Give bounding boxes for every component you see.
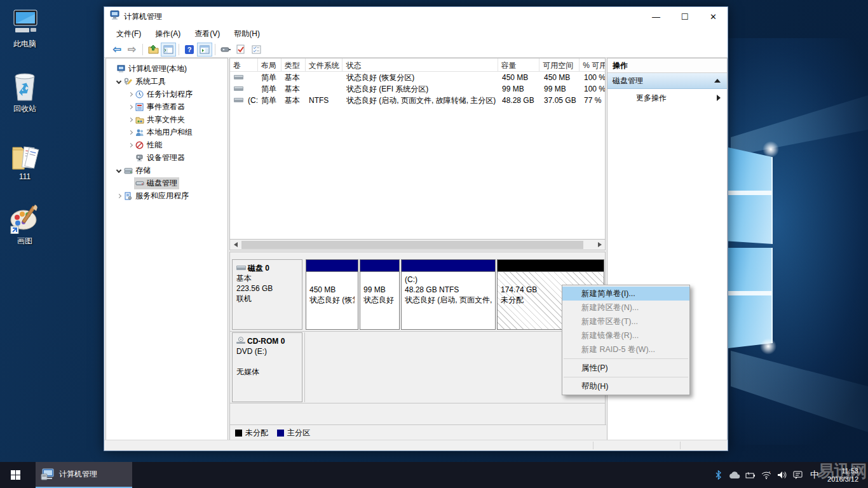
scrollbar-thumb[interactable] — [241, 241, 583, 249]
collapsed-chevron-icon[interactable] — [126, 118, 134, 121]
wallpaper-window-pane — [728, 248, 773, 348]
taskbar-app-computer-management[interactable]: 计算机管理 — [36, 462, 132, 488]
context-menu: 新建简单卷(I)... 新建跨区卷(N)... 新建带区卷(T)... 新建镜像… — [562, 285, 690, 395]
menu-file[interactable]: 文件(F) — [109, 26, 148, 42]
disk0-size: 223.56 GB — [236, 283, 298, 294]
taskbar-app-label: 计算机管理 — [59, 469, 97, 480]
horizontal-scrollbar[interactable] — [229, 239, 606, 250]
legend-unallocated-swatch — [235, 430, 242, 437]
volume-row[interactable]: 简单 基本 状态良好 (恢复分区) 450 MB 450 MB 100 % — [230, 72, 605, 83]
up-level-button[interactable] — [146, 43, 161, 57]
ime-indicator[interactable]: 中 — [806, 470, 824, 481]
tree-item-system-tools[interactable]: 系统工具 — [106, 75, 227, 88]
tree-item-shared-folders[interactable]: 共享文件夹 — [106, 113, 227, 126]
wallpaper-stripe — [728, 191, 771, 195]
collapsed-chevron-icon[interactable] — [126, 144, 134, 147]
action-center-icon[interactable] — [790, 471, 806, 479]
scroll-left-arrow[interactable] — [230, 240, 241, 250]
close-button[interactable]: ✕ — [699, 7, 728, 26]
desktop-icon-recycle-bin[interactable]: 回收站 — [1, 71, 48, 114]
col-capacity[interactable]: 容量 — [498, 58, 540, 71]
menu-view[interactable]: 查看(V) — [187, 26, 227, 42]
more-actions-item[interactable]: 更多操作 — [607, 89, 727, 107]
desktop-icon-this-pc[interactable]: 此电脑 — [1, 6, 48, 50]
start-button[interactable] — [0, 462, 31, 488]
storage-icon — [123, 166, 133, 175]
partition-efi[interactable]: 99 MB 状态良好 — [360, 259, 400, 330]
tree-item-event-viewer[interactable]: 事件查看器 — [106, 100, 227, 113]
col-filesystem[interactable]: 文件系统 — [306, 58, 343, 71]
col-status[interactable]: 状态 — [342, 58, 498, 71]
actions-section-disk-management[interactable]: 磁盘管理 — [607, 73, 727, 89]
expanded-chevron-icon[interactable] — [115, 79, 123, 83]
desktop-icon-folder-111[interactable]: 111 — [1, 140, 48, 181]
toolbar-separator — [142, 44, 143, 55]
document-check-icon — [236, 44, 245, 54]
onedrive-cloud-icon[interactable] — [726, 471, 742, 479]
scroll-right-arrow[interactable] — [594, 240, 605, 250]
tree-item-disk-management[interactable]: 磁盘管理 — [106, 177, 227, 189]
partition-color-strip — [306, 260, 358, 272]
tree-item-task-scheduler[interactable]: 任务计划程序 — [106, 88, 227, 100]
minimize-button[interactable]: — — [642, 7, 670, 26]
volume-icon — [234, 74, 243, 80]
menu-item-new-raid5-volume: 新建 RAID-5 卷(W)... — [562, 342, 689, 356]
volume-list-header: 卷 布局 类型 文件系统 状态 容量 可用空间 % 可用 — [230, 58, 605, 72]
collapsed-chevron-icon[interactable] — [126, 105, 134, 109]
remote-connect-button[interactable] — [218, 43, 233, 57]
menu-item-properties[interactable]: 属性(P) — [562, 361, 689, 375]
tree-item-services-applications[interactable]: 服务和应用程序 — [106, 189, 227, 202]
volume-row[interactable]: (C:) 简单 基本 NTFS 状态良好 (启动, 页面文件, 故障转储, 主分… — [230, 95, 605, 106]
partition-c[interactable]: (C:) 48.28 GB NTFS 状态良好 (启动, 页面文件, 故障转储,… — [401, 259, 496, 330]
console-window-icon — [163, 45, 173, 54]
collapsed-chevron-icon[interactable] — [126, 93, 134, 96]
col-volume[interactable]: 卷 — [230, 58, 258, 71]
menu-help[interactable]: 帮助(H) — [227, 26, 267, 42]
forward-button[interactable]: ⇨ — [125, 43, 140, 57]
menu-action[interactable]: 操作(A) — [148, 26, 187, 42]
tree-item-device-manager[interactable]: 设备管理器 — [106, 151, 227, 164]
desktop-icon-paint[interactable]: 画图 — [1, 203, 48, 247]
expanded-chevron-icon[interactable] — [115, 168, 123, 172]
power-battery-icon[interactable] — [742, 471, 758, 479]
col-free-space[interactable]: 可用空间 — [539, 58, 580, 71]
disk0-info[interactable]: 磁盘 0 基本 223.56 GB 联机 — [232, 259, 302, 330]
volume-row[interactable]: 简单 基本 状态良好 (EFI 系统分区) 99 MB 99 MB 100 % — [230, 83, 605, 95]
users-icon — [134, 128, 145, 137]
tree-item-local-users-groups[interactable]: 本地用户和组 — [106, 126, 227, 139]
cdrom0-info[interactable]: CD-ROM 0 DVD (E:) 无媒体 — [232, 332, 302, 402]
tree-item-computer-management-local[interactable]: 计算机管理(本地) — [106, 62, 227, 75]
volume-icon — [234, 86, 243, 92]
desktop-icon-label: 此电脑 — [1, 39, 48, 50]
show-console-tree-button[interactable] — [161, 43, 176, 57]
partition-recovery[interactable]: 450 MB 状态良好 (恢复分区) — [306, 259, 358, 330]
action-pane-icon — [200, 45, 210, 54]
folder-icon — [1, 140, 48, 170]
tree-item-storage[interactable]: 存储 — [106, 164, 227, 177]
more-actions-arrow-icon — [717, 95, 721, 101]
help-button[interactable]: ? — [182, 43, 197, 57]
desktop-icon-label: 111 — [1, 172, 48, 181]
collapse-arrow-icon[interactable] — [714, 79, 721, 83]
col-pct-free[interactable]: % 可用 — [580, 58, 605, 71]
back-button[interactable]: ⇦ — [109, 43, 125, 57]
maximize-button[interactable]: ☐ — [670, 7, 699, 26]
menu-item-new-simple-volume[interactable]: 新建简单卷(I)... — [562, 287, 689, 301]
col-type[interactable]: 类型 — [281, 58, 306, 71]
cdrom-empty-area[interactable] — [304, 332, 605, 402]
check-document-button[interactable] — [233, 43, 248, 57]
taskbar-clock[interactable]: 11:53 2016/3/12 — [824, 467, 865, 484]
toolbar-separator — [179, 44, 179, 55]
tree-item-performance[interactable]: 性能 — [106, 139, 227, 151]
disk-icon — [236, 266, 246, 271]
checklist-button[interactable] — [248, 43, 264, 57]
show-action-pane-button[interactable] — [197, 43, 212, 57]
bluetooth-icon[interactable] — [710, 470, 726, 480]
collapsed-chevron-icon[interactable] — [126, 131, 134, 134]
collapsed-chevron-icon[interactable] — [115, 194, 123, 198]
menu-item-help[interactable]: 帮助(H) — [562, 379, 689, 393]
toolbar: ⇦ ⇨ ? — [104, 41, 728, 58]
wifi-icon[interactable]: * — [758, 471, 774, 479]
col-layout[interactable]: 布局 — [258, 58, 281, 71]
volume-speaker-icon[interactable] — [774, 471, 790, 479]
